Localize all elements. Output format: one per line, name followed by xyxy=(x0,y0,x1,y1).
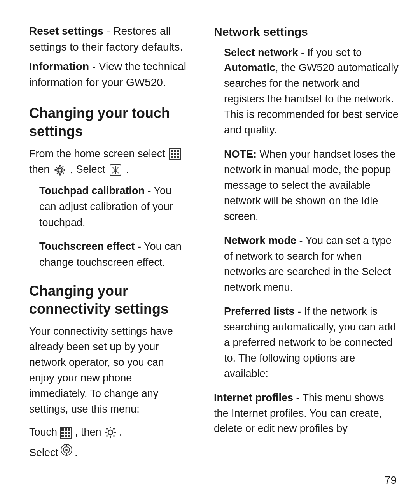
grid-icon-2 xyxy=(60,426,72,438)
grid-icon xyxy=(169,148,182,161)
svg-rect-23 xyxy=(61,432,64,434)
page-container: Reset settings - Restores all settings t… xyxy=(0,0,420,504)
preferred-lists-bold: Preferred lists xyxy=(224,306,295,317)
then-label: , then xyxy=(75,423,102,442)
touch-select-text: , Select xyxy=(70,163,105,175)
reset-settings-label: Reset settings xyxy=(29,25,103,37)
svg-rect-9 xyxy=(177,156,179,158)
network-mode-bold: Network mode xyxy=(224,235,296,246)
automatic-bold: Automatic xyxy=(224,62,275,74)
left-column: Reset settings - Restores all settings t… xyxy=(0,23,202,481)
touch-then-row: Touch xyxy=(29,423,187,442)
select-network-text: - If you set to xyxy=(298,47,362,58)
svg-rect-30 xyxy=(110,427,111,428)
svg-point-29 xyxy=(108,430,113,435)
network-settings-heading: Network settings xyxy=(214,23,399,40)
svg-rect-7 xyxy=(171,156,173,158)
gear-icon-1 xyxy=(54,164,66,176)
intro-section: Reset settings - Restores all settings t… xyxy=(29,23,187,90)
touchscreen-subsection: Touchscreen effect - You can change touc… xyxy=(29,239,187,270)
svg-rect-8 xyxy=(174,156,176,158)
reset-settings-para: Reset settings - Restores all settings t… xyxy=(29,23,187,55)
select-network-para: Select network - If you set to Automatic… xyxy=(224,45,399,139)
connectivity-body: Your connectivity settings have already … xyxy=(29,324,187,417)
period-2: . xyxy=(75,443,78,462)
svg-rect-21 xyxy=(65,428,67,431)
select-label: Select xyxy=(29,443,58,462)
internet-profiles-subsection: Internet profiles - This menu shows the … xyxy=(214,390,399,437)
internet-profiles-para: Internet profiles - This menu shows the … xyxy=(214,390,399,437)
svg-rect-1 xyxy=(171,150,173,152)
note-para: NOTE: When your handset loses the networ… xyxy=(224,147,399,225)
note-subsection: NOTE: When your handset loses the networ… xyxy=(214,147,399,225)
touch-settings-heading: Changing your touch settings xyxy=(29,104,187,141)
network-mode-para: Network mode - You can set a type of net… xyxy=(224,233,399,295)
touch-label: Touch xyxy=(29,423,57,442)
svg-rect-26 xyxy=(61,435,64,437)
touch-from-line: From the home screen select xyxy=(29,146,187,177)
select-row: Select . xyxy=(29,443,187,463)
svg-rect-27 xyxy=(65,435,67,437)
touchpad-title: Touchpad calibration xyxy=(39,185,145,197)
svg-point-11 xyxy=(58,168,62,172)
select-network-subsection: Select network - If you set to Automatic… xyxy=(214,45,399,139)
right-column: Network settings Select network - If you… xyxy=(202,23,420,481)
svg-rect-37 xyxy=(113,435,115,437)
touch-then-text: then xyxy=(29,163,50,175)
gear-icon-2 xyxy=(104,426,117,438)
svg-rect-28 xyxy=(68,435,70,437)
svg-rect-36 xyxy=(106,435,108,437)
touch-from-text: From the home screen select xyxy=(29,148,165,160)
svg-rect-35 xyxy=(113,428,115,430)
preferred-lists-subsection: Preferred lists - If the network is sear… xyxy=(214,304,399,382)
page-number: 79 xyxy=(385,472,397,488)
touch-period: . xyxy=(126,163,129,175)
note-bold: NOTE: xyxy=(224,148,257,160)
information-label: Information xyxy=(29,60,89,72)
connectivity-settings-heading: Changing your connectivity settings xyxy=(29,282,187,319)
svg-rect-25 xyxy=(68,432,70,434)
star-icon xyxy=(109,164,122,176)
svg-rect-33 xyxy=(114,432,116,433)
svg-rect-2 xyxy=(174,150,176,152)
connectivity-touch-line: Touch xyxy=(29,423,187,462)
preferred-lists-para: Preferred lists - If the network is sear… xyxy=(224,304,399,382)
svg-rect-31 xyxy=(110,436,111,438)
internet-profiles-bold: Internet profiles xyxy=(214,392,293,404)
svg-rect-32 xyxy=(105,432,107,433)
touchscreen-title: Touchscreen effect xyxy=(39,241,135,252)
svg-rect-3 xyxy=(177,150,179,152)
svg-rect-20 xyxy=(61,428,64,431)
svg-rect-34 xyxy=(106,428,108,430)
svg-rect-5 xyxy=(174,153,176,155)
select-network-bold: Select network xyxy=(224,47,298,58)
svg-rect-4 xyxy=(171,153,173,155)
svg-rect-6 xyxy=(177,153,179,155)
two-column-layout: Reset settings - Restores all settings t… xyxy=(0,23,420,481)
network-mode-subsection: Network mode - You can set a type of net… xyxy=(214,233,399,295)
period-1: . xyxy=(119,423,122,442)
touchpad-subsection: Touchpad calibration - You can adjust ca… xyxy=(29,183,187,231)
svg-rect-22 xyxy=(68,428,70,431)
svg-point-40 xyxy=(65,449,68,451)
camera-icon xyxy=(60,443,73,463)
svg-rect-24 xyxy=(65,432,67,434)
information-para: Information - View the technical informa… xyxy=(29,59,187,90)
